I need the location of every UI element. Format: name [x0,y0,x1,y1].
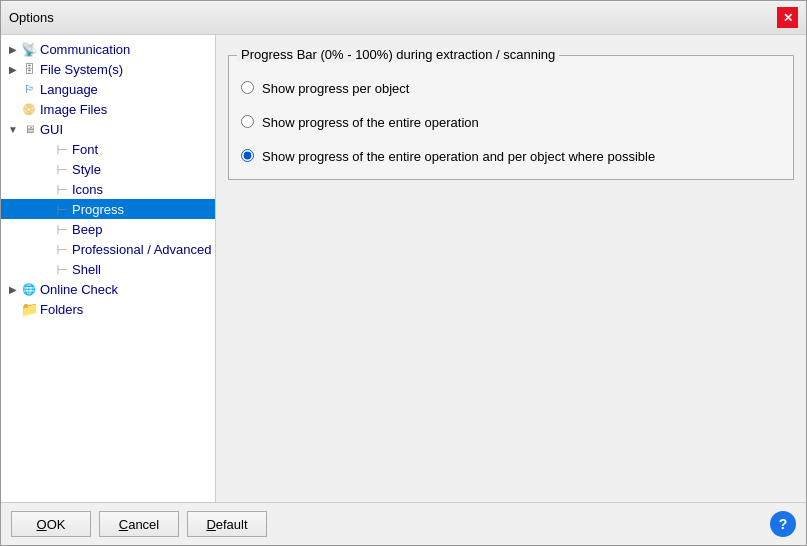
sidebar-item-progress[interactable]: ├─Progress [1,199,215,219]
bullet-professional: ├─ [53,241,69,257]
sidebar-item-style[interactable]: ├─Style [1,159,215,179]
help-button[interactable]: ? [770,511,796,537]
sidebar-item-language[interactable]: 🏳Language [1,79,215,99]
close-button[interactable]: ✕ [777,7,798,28]
sidebar: ▶📡Communication▶🗄File System(s)🏳Language… [1,35,216,502]
sidebar-item-shell[interactable]: ├─Shell [1,259,215,279]
expand-arrow-icons [37,181,53,197]
title-bar: Options ✕ [1,1,806,35]
radio-opt3[interactable] [241,149,254,162]
bullet-shell: ├─ [53,261,69,277]
sidebar-label-progress: Progress [72,202,124,217]
sidebar-label-icons: Icons [72,182,103,197]
option-1[interactable]: Show progress per object [241,80,781,98]
sidebar-label-professional: Professional / Advanced [72,242,211,257]
radio-opt2[interactable] [241,115,254,128]
sidebar-label-language: Language [40,82,98,97]
sidebar-item-communication[interactable]: ▶📡Communication [1,39,215,59]
icon-communication: 📡 [21,41,37,57]
group-legend: Progress Bar (0% - 100%) during extracti… [237,47,559,62]
sidebar-item-folders[interactable]: 📁Folders [1,299,215,319]
radio-label-opt1[interactable]: Show progress per object [262,80,409,98]
progress-group-box: Progress Bar (0% - 100%) during extracti… [228,55,794,180]
sidebar-item-icons[interactable]: ├─Icons [1,179,215,199]
expand-arrow-folders [5,301,21,317]
sidebar-item-beep[interactable]: ├─Beep [1,219,215,239]
expand-arrow-professional [37,241,53,257]
ok-button[interactable]: OOK [11,511,91,537]
expand-arrow-filesystem: ▶ [5,61,21,77]
main-panel: Progress Bar (0% - 100%) during extracti… [216,35,806,502]
sidebar-item-imagefiles[interactable]: 📀Image Files [1,99,215,119]
expand-arrow-gui: ▼ [5,121,21,137]
options-window: Options ✕ ▶📡Communication▶🗄File System(s… [0,0,807,546]
default-button[interactable]: Default [187,511,267,537]
sidebar-label-font: Font [72,142,98,157]
expand-arrow-onlinecheck: ▶ [5,281,21,297]
window-title: Options [9,10,54,25]
sidebar-label-filesystem: File System(s) [40,62,123,77]
sidebar-label-onlinecheck: Online Check [40,282,118,297]
expand-arrow-shell [37,261,53,277]
bullet-beep: ├─ [53,221,69,237]
icon-language: 🏳 [21,81,37,97]
sidebar-label-communication: Communication [40,42,130,57]
expand-arrow-beep [37,221,53,237]
sidebar-label-style: Style [72,162,101,177]
icon-filesystem: 🗄 [21,61,37,77]
expand-arrow-font [37,141,53,157]
icon-onlinecheck: 🌐 [21,281,37,297]
expand-arrow-communication: ▶ [5,41,21,57]
sidebar-item-onlinecheck[interactable]: ▶🌐Online Check [1,279,215,299]
icon-imagefiles: 📀 [21,101,37,117]
expand-arrow-style [37,161,53,177]
sidebar-label-shell: Shell [72,262,101,277]
option-2[interactable]: Show progress of the entire operation [241,114,781,132]
bullet-font: ├─ [53,141,69,157]
icon-gui: 🖥 [21,121,37,137]
radio-label-opt3[interactable]: Show progress of the entire operation an… [262,148,655,166]
radio-opt1[interactable] [241,81,254,94]
sidebar-item-font[interactable]: ├─Font [1,139,215,159]
bullet-progress: ├─ [53,201,69,217]
sidebar-item-gui[interactable]: ▼🖥GUI [1,119,215,139]
bullet-style: ├─ [53,161,69,177]
bullet-icons: ├─ [53,181,69,197]
bottom-bar: OOK Cancel Default ? [1,502,806,545]
content-area: ▶📡Communication▶🗄File System(s)🏳Language… [1,35,806,502]
sidebar-item-filesystem[interactable]: ▶🗄File System(s) [1,59,215,79]
expand-arrow-progress [37,201,53,217]
sidebar-label-gui: GUI [40,122,63,137]
sidebar-label-beep: Beep [72,222,102,237]
icon-folders: 📁 [21,301,37,317]
expand-arrow-language [5,81,21,97]
cancel-button[interactable]: Cancel [99,511,179,537]
option-3[interactable]: Show progress of the entire operation an… [241,148,781,166]
radio-label-opt2[interactable]: Show progress of the entire operation [262,114,479,132]
sidebar-item-professional[interactable]: ├─Professional / Advanced [1,239,215,259]
sidebar-label-imagefiles: Image Files [40,102,107,117]
expand-arrow-imagefiles [5,101,21,117]
sidebar-label-folders: Folders [40,302,83,317]
